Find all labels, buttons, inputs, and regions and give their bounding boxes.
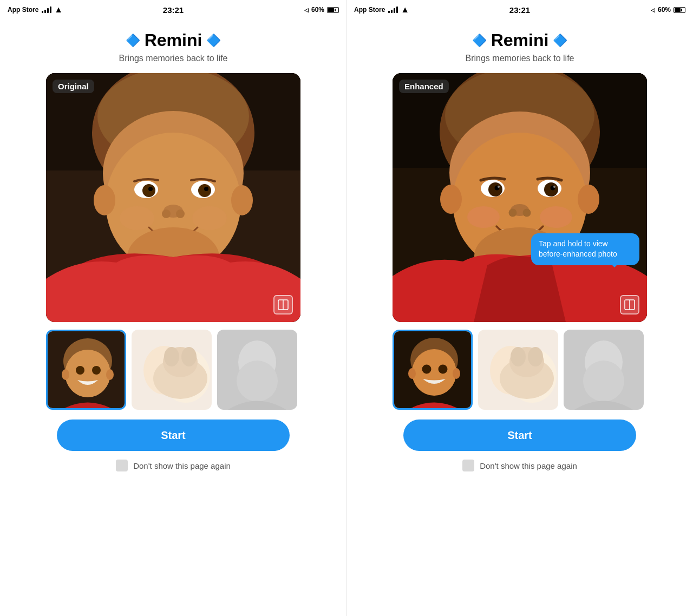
lightning-icon-left-2: 🔷 [206,34,221,48]
status-bar-left: App Store ▲ 23:21 ◁ 60% [0,0,346,19]
left-title-row: 🔷 Remini 🔷 [126,30,221,50]
right-dont-show-label: Don't show this page again [480,461,577,470]
right-screen: 🔷 Remini 🔷 Brings memories back to life [346,19,693,616]
svg-point-9 [198,184,211,197]
screen-divider [346,0,347,616]
right-photo-svg [393,73,647,322]
location-icon-left: ◁ [304,7,309,13]
svg-point-19 [231,185,253,215]
svg-point-8 [142,184,155,197]
svg-point-54 [509,209,517,217]
svg-point-71 [408,368,416,379]
svg-point-10 [148,187,153,191]
signal-bars-right [388,6,398,13]
right-photo-label: Enhanced [399,80,449,93]
right-thumb-2[interactable] [478,330,558,410]
lightning-icon-right-2: 🔷 [553,34,567,48]
right-thumb-1[interactable] [393,330,473,410]
svg-point-78 [511,347,526,366]
svg-point-79 [528,347,543,366]
svg-point-15 [120,206,154,230]
battery-right [674,7,685,13]
svg-point-28 [106,369,114,380]
wifi-icon-left: ▲ [54,5,63,15]
svg-point-35 [181,347,197,366]
right-start-button[interactable]: Start [403,420,636,451]
left-app-title: Remini [145,30,202,50]
carrier-right: App Store [354,6,385,14]
svg-point-72 [453,368,460,379]
lightning-icon-right-1: 🔷 [472,34,487,48]
left-app-subtitle: Brings memories back to life [119,54,228,63]
svg-point-11 [204,187,208,191]
right-app-title: Remini [491,30,549,50]
svg-point-18 [94,185,115,215]
svg-point-24 [65,350,110,397]
left-split-icon[interactable] [273,295,293,314]
svg-point-57 [540,206,572,228]
svg-point-16 [192,206,227,230]
left-photo-svg [46,73,300,322]
right-dont-show-row: Don't show this page again [462,460,577,471]
carrier-left: App Store [8,6,38,14]
battery-left [327,7,339,13]
right-app-subtitle: Brings memories back to life [466,54,574,63]
svg-point-25 [76,366,84,375]
time-right: 23:21 [509,5,530,15]
left-dont-show-label: Don't show this page again [133,461,231,470]
svg-point-69 [422,365,432,374]
location-icon-right: ◁ [651,7,655,13]
svg-point-55 [523,209,531,217]
right-split-icon[interactable] [620,295,639,314]
left-screen: 🔷 Remini 🔷 Brings memories back to life [0,19,346,616]
left-thumb-3[interactable] [217,330,297,410]
svg-point-63 [578,185,599,214]
tooltip-bubble: Tap and hold to view before-enhanced pho… [531,233,639,265]
right-thumbnail-strip [393,330,647,410]
left-photo-container: Original [46,73,300,322]
signal-bars-left [42,6,51,13]
status-bar-right: App Store ▲ 23:21 ◁ 60% [346,0,693,19]
wifi-icon-right: ▲ [401,5,409,15]
svg-point-26 [92,366,101,375]
svg-point-62 [440,185,462,214]
svg-point-82 [583,361,624,402]
right-thumb-3[interactable] [564,330,644,410]
svg-point-38 [237,361,278,402]
left-photo-label: Original [53,80,94,93]
svg-point-51 [498,186,500,188]
left-thumb-1[interactable] [46,330,126,410]
right-photo-container: Enhanced Tap and hold to view before-enh… [393,73,647,322]
svg-point-68 [412,349,456,396]
tooltip-text: Tap and hold to view before-enhanced pho… [539,239,617,259]
svg-point-70 [439,365,448,374]
battery-pct-left: 60% [311,6,324,14]
lightning-icon-left-1: 🔷 [126,34,140,48]
battery-pct-right: 60% [658,6,671,14]
status-bar: App Store ▲ 23:21 ◁ 60% App Store ▲ 23:2 [0,0,693,19]
left-thumbnail-strip [46,330,300,410]
left-dont-show-checkbox[interactable] [116,460,128,471]
svg-point-13 [162,209,171,218]
svg-point-14 [176,209,185,218]
svg-point-27 [62,369,69,380]
svg-point-34 [164,347,179,366]
left-start-button[interactable]: Start [57,420,290,451]
time-left: 23:21 [163,5,184,15]
right-dont-show-checkbox[interactable] [462,460,474,471]
left-start-label: Start [161,429,186,442]
right-start-label: Start [507,429,532,442]
svg-point-56 [467,206,500,228]
svg-point-52 [553,186,555,188]
right-title-row: 🔷 Remini 🔷 [472,30,568,50]
left-dont-show-row: Don't show this page again [116,460,231,471]
left-thumb-2[interactable] [132,330,212,410]
